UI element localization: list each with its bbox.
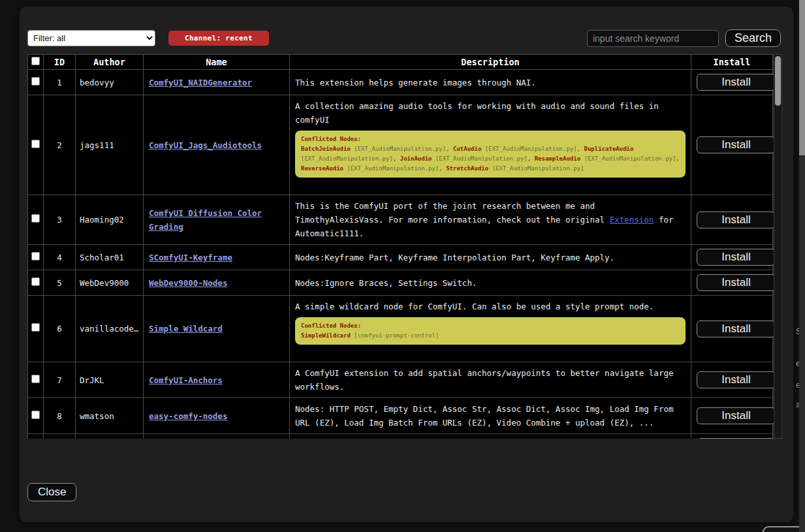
row-name-link[interactable]: SComfyUI-Keyframe: [149, 253, 232, 262]
install-button[interactable]: Install: [697, 438, 776, 439]
table-body: 1 bedovyy ComfyUI_NAIDGenerator This ext…: [28, 70, 773, 439]
row-author: Scholar01: [76, 245, 144, 270]
install-button[interactable]: Install: [697, 274, 776, 291]
custom-nodes-table-viewport: ID Author Name Description Install 1 bed…: [27, 54, 782, 439]
row-id: 9: [44, 434, 76, 439]
conflicted-nodes-box: Conflicted Nodes:BatchJoinAudio [EXT_Aud…: [295, 131, 686, 178]
table-row: 3 Haoming02 ComfyUI Diffusion Color Grad…: [28, 195, 773, 245]
table-row: 8 wmatson easy-comfy-nodes Nodes: HTTP P…: [28, 398, 773, 434]
table-row: 7 DrJKL ComfyUI-Anchors A ComfyUI extens…: [28, 362, 773, 398]
row-author: SoftMeng: [76, 434, 144, 439]
row-checkbox[interactable]: [31, 277, 40, 286]
row-checkbox[interactable]: [31, 214, 40, 223]
table-row: 5 WebDev9000 WebDev9000-Nodes Nodes:Igno…: [28, 270, 773, 296]
search-input[interactable]: [587, 30, 719, 47]
filter-select[interactable]: Filter: all: [27, 30, 155, 46]
toolbar: Filter: all Channel: recent Search: [20, 7, 793, 54]
row-id: 5: [44, 270, 76, 296]
install-button[interactable]: Install: [697, 321, 776, 337]
row-description: Nodes: ComfyUI Mexx Styler, ComfyUI Mexx…: [290, 434, 691, 439]
page-scrollbar-thumb[interactable]: [799, 0, 805, 155]
table-row: 9 SoftMeng ComfyUI_Mexx_Styler Nodes: Co…: [28, 434, 773, 439]
page-scrollbar[interactable]: [799, 0, 805, 532]
row-name-link[interactable]: WebDev9000-Nodes: [149, 278, 227, 288]
row-author: jags111: [76, 95, 144, 195]
row-description: Nodes:Keyframe Part, Keyframe Interpolat…: [290, 245, 691, 270]
channel-badge: Channel: recent: [168, 31, 269, 46]
table-row: 1 bedovyy ComfyUI_NAIDGenerator This ext…: [28, 70, 773, 95]
install-button[interactable]: Install: [697, 136, 776, 153]
install-button[interactable]: Install: [697, 211, 776, 228]
header-install: Install: [691, 55, 773, 70]
conflicted-nodes-title: Conflicted Nodes:: [301, 321, 680, 331]
header-name: Name: [144, 55, 290, 70]
row-description: This is the ComfyUI port of the joint re…: [290, 195, 691, 245]
row-name-link[interactable]: Simple Wildcard: [149, 324, 223, 334]
row-author: bedovyy: [76, 70, 144, 95]
row-author: Haoming02: [76, 195, 144, 245]
conflicted-nodes-list: SimpleWildcard [comfyui-prompt-control]: [301, 331, 680, 341]
row-name-link[interactable]: easy-comfy-nodes: [149, 411, 227, 421]
select-all-checkbox[interactable]: [31, 57, 40, 65]
search-button[interactable]: Search: [725, 29, 781, 47]
table-row: 6 vanillacode… Simple Wildcard A simple …: [28, 296, 773, 362]
row-description: A collection amazing audio tools for wor…: [290, 95, 691, 195]
row-checkbox[interactable]: [31, 77, 40, 86]
install-button[interactable]: Install: [697, 249, 776, 266]
row-id: 4: [44, 245, 76, 270]
row-name-link[interactable]: ComfyUI Diffusion Color Grading: [149, 208, 262, 232]
row-description: Nodes:Ignore Braces, Settings Switch.: [290, 270, 691, 296]
table-row: 4 Scholar01 SComfyUI-Keyframe Nodes:Keyf…: [28, 245, 773, 270]
row-name-link[interactable]: ComfyUI-Anchors: [149, 375, 223, 385]
row-id: 8: [44, 398, 76, 434]
row-author: WebDev9000: [76, 270, 144, 296]
row-checkbox[interactable]: [31, 140, 40, 148]
row-author: vanillacode…: [76, 296, 144, 362]
custom-nodes-table: ID Author Name Description Install 1 bed…: [27, 54, 773, 439]
row-description: A ComfyUI extension to add spatial ancho…: [290, 362, 691, 398]
install-button[interactable]: Install: [697, 74, 776, 91]
row-name-link[interactable]: ComfyUI_Jags_Audiotools: [149, 140, 262, 150]
table-scrollbar[interactable]: [774, 54, 782, 439]
row-name-link[interactable]: ComfyUI_NAIDGenerator: [149, 78, 252, 87]
install-button[interactable]: Install: [697, 407, 776, 424]
header-id: ID: [44, 55, 76, 70]
row-checkbox[interactable]: [31, 323, 40, 332]
row-checkbox[interactable]: [31, 411, 40, 419]
install-custom-nodes-dialog: Filter: all Channel: recent Search ID Au…: [20, 7, 793, 522]
install-button[interactable]: Install: [697, 371, 776, 388]
row-description: Nodes: HTTP POST, Empty Dict, Assoc Str,…: [290, 398, 691, 434]
row-id: 2: [44, 95, 76, 195]
row-author: wmatson: [76, 398, 144, 434]
row-author: DrJKL: [76, 362, 144, 398]
table-scrollbar-thumb[interactable]: [775, 56, 781, 106]
close-button[interactable]: Close: [27, 483, 76, 501]
row-id: 1: [44, 70, 76, 95]
header-description: Description: [290, 55, 691, 70]
row-checkbox[interactable]: [31, 375, 40, 383]
row-id: 6: [44, 296, 76, 362]
row-checkbox[interactable]: [31, 252, 40, 260]
conflicted-nodes-title: Conflicted Nodes:: [301, 134, 680, 144]
conflicted-nodes-list: BatchJoinAudio [EXT_AudioManipulation.py…: [301, 144, 680, 174]
table-header-row: ID Author Name Description Install: [28, 55, 773, 70]
conflicted-nodes-box: Conflicted Nodes:SimpleWildcard [comfyui…: [295, 317, 686, 345]
row-id: 3: [44, 195, 76, 245]
row-id: 7: [44, 362, 76, 398]
row-description: This extension helps generate images thr…: [290, 70, 691, 95]
table-row: 2 jags111 ComfyUI_Jags_Audiotools A coll…: [28, 95, 773, 195]
row-description: A simple wildcard node for ComfyUI. Can …: [290, 296, 691, 362]
header-author: Author: [76, 55, 144, 70]
description-link[interactable]: Extension: [610, 215, 654, 225]
